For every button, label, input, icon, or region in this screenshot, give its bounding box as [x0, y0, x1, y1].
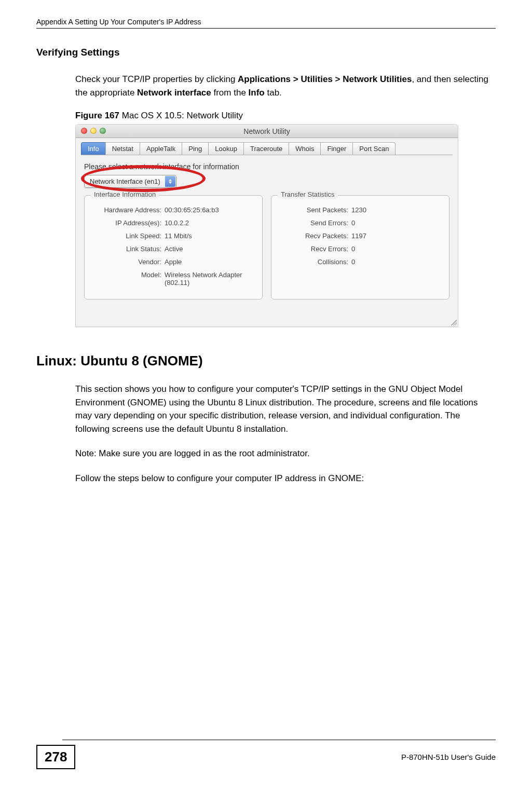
recv-packets-value: 1197: [351, 232, 442, 240]
interface-select-wrap: Network Interface (en1): [84, 175, 176, 188]
window-title: Network Utility: [243, 127, 290, 135]
chevron-updown-icon: [165, 176, 175, 187]
tab-appletalk[interactable]: AppleTalk: [140, 142, 182, 155]
paragraph-follow: Follow the steps below to configure your…: [75, 472, 496, 485]
interface-info-panel: Interface Information Hardware Address:0…: [84, 195, 263, 299]
titlebar: Network Utility: [76, 125, 458, 138]
tab-netstat[interactable]: Netstat: [105, 142, 140, 155]
panel-title-stats: Transfer Statistics: [278, 190, 338, 198]
tab-bar: Info Netstat AppleTalk Ping Lookup Trace…: [76, 138, 458, 155]
page-header: Appendix A Setting Up Your Computer's IP…: [36, 18, 496, 26]
tab-lookup[interactable]: Lookup: [208, 142, 244, 155]
traffic-lights: [81, 128, 106, 134]
header-rule: [36, 28, 496, 29]
tab-whois[interactable]: Whois: [289, 142, 321, 155]
page-number: 278: [36, 745, 75, 769]
model-value: Wireless Network Adapter (802.11): [165, 271, 255, 287]
interface-select-value: Network Interface (en1): [90, 178, 160, 185]
tab-ping[interactable]: Ping: [182, 142, 209, 155]
heading-linux: Linux: Ubuntu 8 (GNOME): [36, 353, 496, 369]
panel-title-info: Interface Information: [91, 190, 159, 198]
ip-address-value: 10.0.2.2: [165, 219, 255, 227]
sent-packets-value: 1230: [351, 206, 442, 214]
paragraph-linux-intro: This section shows you how to configure …: [75, 383, 496, 435]
footer-rule: [62, 740, 496, 740]
paragraph-1: Check your TCP/IP properties by clicking…: [75, 73, 496, 99]
resize-handle-icon[interactable]: [449, 318, 457, 325]
vendor-value: Apple: [165, 258, 255, 266]
paragraph-note: Note: Make sure you are logged in as the…: [75, 447, 496, 460]
send-errors-value: 0: [351, 219, 442, 227]
close-button[interactable]: [81, 128, 87, 134]
header-left: Appendix A Setting Up Your Computer's IP…: [36, 18, 201, 26]
page-footer: 278 P-870HN-51b User's Guide: [36, 745, 496, 769]
transfer-stats-panel: Transfer Statistics Sent Packets:1230 Se…: [271, 195, 449, 299]
tab-traceroute[interactable]: Traceroute: [243, 142, 289, 155]
zoom-button[interactable]: [100, 128, 106, 134]
guide-name: P-870HN-51b User's Guide: [401, 753, 496, 761]
interface-select[interactable]: Network Interface (en1): [84, 175, 176, 188]
figure-caption: Figure 167 Mac OS X 10.5: Network Utilit…: [75, 111, 496, 121]
tab-finger[interactable]: Finger: [320, 142, 353, 155]
subheading-verifying: Verifying Settings: [36, 47, 496, 58]
network-utility-window: Network Utility Info Netstat AppleTalk P…: [75, 124, 458, 327]
collisions-value: 0: [351, 258, 442, 266]
interface-prompt: Please select a network interface for in…: [84, 162, 449, 171]
tab-portscan[interactable]: Port Scan: [352, 142, 395, 155]
tab-info[interactable]: Info: [81, 142, 106, 155]
link-speed-value: 11 Mbit/s: [165, 232, 255, 240]
minimize-button[interactable]: [90, 128, 97, 134]
recv-errors-value: 0: [351, 245, 442, 253]
hw-address-value: 00:30:65:25:6a:b3: [165, 206, 255, 214]
link-status-value: Active: [165, 245, 255, 253]
